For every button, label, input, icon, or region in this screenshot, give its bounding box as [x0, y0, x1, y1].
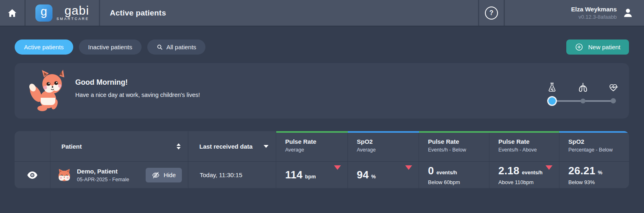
metric-cell-pulse-rate-above: 2.18 events/h Above 110bpm	[489, 162, 559, 188]
lab-flask-icon[interactable]	[546, 81, 558, 93]
accent-bar	[419, 131, 489, 133]
col-header-visibility	[15, 131, 50, 162]
home-button[interactable]	[0, 0, 26, 26]
hide-patient-button[interactable]: Hide	[146, 168, 182, 182]
brand-monogram-icon: g	[35, 4, 52, 22]
metric-cell-spo2-below: 26.21 % Below 93%	[559, 162, 629, 188]
user-name: Elza Weykmans	[571, 6, 617, 13]
app-header: g gabi SMARTCARE Active patients ? Elza …	[0, 0, 644, 26]
search-icon	[157, 44, 163, 50]
patient-avatar	[57, 167, 72, 183]
metric-cell-spo2-avg: 94 %	[348, 162, 419, 188]
metric-cell-pulse-rate-below: 0 events/h Below 60bpm	[419, 162, 489, 188]
tab-active-patients[interactable]: Active patients	[15, 40, 73, 55]
col-header-pulse-rate-above: Pulse Rate Events/h - Above	[489, 131, 559, 162]
sort-desc-icon	[264, 145, 269, 148]
user-menu[interactable]: Elza Weykmans v0.12.3-8afaabb	[505, 0, 644, 26]
accent-bar	[348, 131, 419, 133]
eye-slash-icon	[152, 171, 160, 179]
tab-inactive-patients[interactable]: Inactive patients	[79, 40, 142, 55]
col-header-spo2-avg: SpO2 Average	[348, 131, 419, 162]
sort-both-icon	[177, 143, 181, 149]
fox-mascot	[27, 68, 72, 114]
accent-bar	[489, 131, 559, 133]
greeting-title: Good Morning!	[75, 78, 200, 87]
metric-cell-pulse-rate-avg: 114 bpm	[276, 162, 348, 188]
mode-slider-stop-2[interactable]	[581, 99, 585, 103]
patients-table: Patient Last received data Pulse Rate Av…	[15, 131, 629, 188]
lungs-icon[interactable]	[577, 81, 589, 93]
col-header-spo2-below: SpO2 Percentage - Below	[559, 131, 629, 162]
question-icon: ?	[485, 7, 498, 20]
patient-meta: 05-APR-2025 - Female	[77, 177, 129, 182]
user-icon	[622, 7, 633, 18]
brand-tagline: SMARTCARE	[57, 17, 89, 21]
heart-pulse-icon[interactable]	[607, 81, 619, 93]
row-visibility-toggle[interactable]	[15, 162, 50, 188]
patients-toolbar: Active patients Inactive patients All pa…	[15, 39, 629, 55]
greeting-card: Good Morning! Have a nice day at work, s…	[15, 63, 629, 119]
brand-name: gabi	[64, 5, 89, 16]
tab-all-patients[interactable]: All patients	[147, 40, 205, 55]
eye-icon	[27, 171, 38, 179]
col-header-patient[interactable]: Patient	[50, 131, 188, 162]
accent-bar	[559, 131, 629, 133]
plus-circle-icon	[575, 43, 583, 51]
last-received-cell: Today, 11:30:15	[188, 162, 276, 188]
app-version: v0.12.3-8afaabb	[571, 14, 617, 20]
new-patient-button[interactable]: New patient	[566, 40, 629, 55]
col-header-last-received[interactable]: Last received data	[188, 131, 276, 162]
mode-slider-handle[interactable]	[547, 96, 557, 106]
col-header-pulse-rate-avg: Pulse Rate Average	[276, 131, 348, 162]
col-header-pulse-rate-below: Pulse Rate Events/h - Below	[419, 131, 489, 162]
brand-logo[interactable]: g gabi SMARTCARE	[26, 0, 100, 26]
greeting-subtitle: Have a nice day at work, saving children…	[75, 92, 200, 98]
home-icon	[7, 8, 17, 18]
patient-name: Demo, Patient	[77, 168, 129, 175]
help-button[interactable]: ?	[478, 0, 505, 26]
patient-cell: Demo, Patient 05-APR-2025 - Female Hide	[50, 162, 188, 188]
accent-bar	[276, 131, 348, 133]
mode-slider-stop-3[interactable]	[611, 98, 616, 103]
page-title: Active patients	[100, 0, 478, 26]
